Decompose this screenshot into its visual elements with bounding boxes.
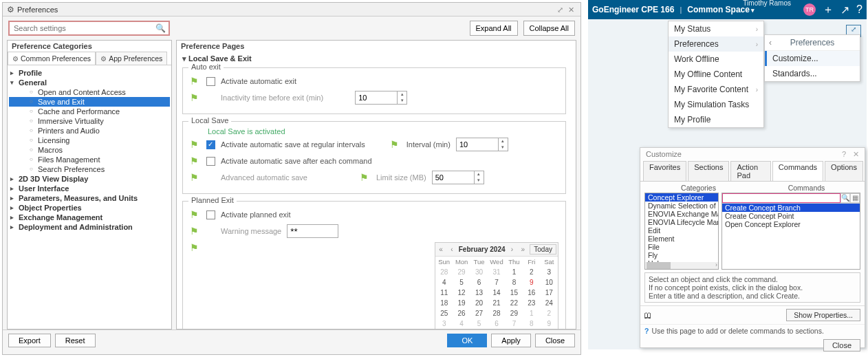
tree-parameters[interactable]: Parameters, Measures, and Units	[9, 193, 170, 203]
menu-work-offline[interactable]: Work Offline	[669, 52, 763, 67]
calendar-day[interactable]: 27	[470, 308, 488, 318]
tree-profile[interactable]: Profile	[9, 68, 170, 78]
dialog-help-icon[interactable]: ?	[842, 150, 846, 159]
calendar-day[interactable]: 25	[435, 308, 453, 318]
show-properties-button[interactable]: Show Properties...	[786, 309, 860, 321]
section-local-save-exit[interactable]: Local Save & Exit	[182, 53, 566, 65]
checkbox-save-after-cmd[interactable]	[206, 157, 215, 166]
back-icon[interactable]: ‹	[769, 38, 772, 47]
calendar-day[interactable]: 28	[488, 308, 505, 318]
cal-today-button[interactable]: Today	[530, 244, 556, 255]
command-item[interactable]: Create Concept Branch	[722, 204, 860, 212]
tab-options[interactable]: Options	[825, 161, 863, 181]
category-tree[interactable]: Profile General Open and Content Access …	[8, 65, 171, 329]
category-item[interactable]: ENOVIA Lifecycle Management	[645, 218, 718, 226]
calendar-day[interactable]: 4	[453, 318, 470, 329]
calendar-day[interactable]: 29	[506, 308, 523, 318]
tree-printers-audio[interactable]: Printers and Audio	[9, 126, 170, 136]
calendar-day[interactable]: 2	[523, 267, 540, 277]
calendar-day[interactable]: 3	[541, 267, 558, 277]
calendar-day[interactable]: 9	[541, 318, 558, 329]
tree-macros[interactable]: Macros	[9, 145, 170, 155]
commands-listbox[interactable]: 🔍▦ Create Concept Branch Create Concept …	[721, 193, 860, 270]
tab-action-pad[interactable]: Action Pad	[730, 161, 770, 181]
tree-open-content-access[interactable]: Open and Content Access	[9, 87, 170, 97]
input-interval[interactable]: ▴▾	[456, 138, 508, 151]
input-inactivity-time[interactable]: ▴▾	[355, 91, 407, 105]
tab-app-preferences[interactable]: ⚙App Preferences	[96, 52, 167, 65]
category-item[interactable]: Concept Explorer	[645, 193, 718, 202]
calendar-day[interactable]: 5	[470, 318, 488, 329]
category-item[interactable]: Fly	[645, 251, 718, 259]
calendar-day[interactable]: 7	[506, 318, 523, 329]
calendar-day[interactable]: 20	[470, 298, 488, 308]
calendar-day[interactable]: 2	[541, 308, 558, 318]
tree-2d3d-view[interactable]: 2D 3D View Display	[9, 174, 170, 184]
collapse-all-button[interactable]: Collapse All	[523, 21, 575, 36]
tab-favorites[interactable]: Favorites	[643, 161, 686, 181]
clear-icon[interactable]: ▦	[850, 193, 860, 203]
help-icon[interactable]: ?	[856, 3, 862, 16]
expand-all-button[interactable]: Expand All	[470, 21, 518, 36]
cal-next-month-icon[interactable]: ›	[506, 246, 517, 253]
categories-listbox[interactable]: Concept Explorer Dynamic Selection of In…	[644, 193, 719, 270]
dialog-close-icon[interactable]: ✕	[853, 150, 859, 159]
cal-prev-month-icon[interactable]: ‹	[446, 246, 457, 253]
calendar-day[interactable]: 6	[470, 277, 488, 288]
menu-my-profile[interactable]: My Profile	[669, 112, 763, 127]
customize-close-button[interactable]: Close	[823, 339, 860, 351]
calendar-day[interactable]: 18	[435, 298, 453, 308]
calendar-day[interactable]: 1	[523, 308, 540, 318]
calendar-day[interactable]: 14	[488, 288, 505, 298]
category-item[interactable]: ENOVIA Exchange Management	[645, 210, 718, 218]
menu-preferences[interactable]: Preferences›	[669, 36, 763, 52]
menu-favorite-content[interactable]: My Favorite Content›	[669, 82, 763, 97]
calendar-day[interactable]: 3	[435, 318, 453, 329]
tree-licensing[interactable]: Licensing	[9, 136, 170, 145]
category-item[interactable]: Dynamic Selection of Instances	[645, 202, 718, 210]
commands-search-input[interactable]	[722, 193, 840, 203]
tree-exchange-management[interactable]: Exchange Management	[9, 213, 170, 222]
checkbox-save-intervals[interactable]	[206, 140, 215, 149]
input-warning-msg[interactable]	[287, 224, 338, 238]
calendar-day[interactable]: 10	[541, 277, 558, 288]
calendar-day[interactable]: 26	[453, 308, 470, 318]
plus-icon[interactable]: ＋	[823, 3, 834, 17]
tree-save-and-exit[interactable]: Save and Exit	[9, 97, 170, 107]
search-icon[interactable]: 🔍	[155, 23, 166, 33]
tree-object-properties[interactable]: Object Properties	[9, 203, 170, 213]
tab-commands[interactable]: Commands	[772, 161, 823, 181]
calendar-day[interactable]: 22	[506, 298, 523, 308]
close-button[interactable]: Close	[535, 334, 575, 347]
tab-common-preferences[interactable]: ⚙Common Preferences	[8, 52, 96, 65]
category-item[interactable]: File	[645, 243, 718, 251]
calendar-day[interactable]: 8	[506, 277, 523, 288]
calendar-day[interactable]: 15	[506, 288, 523, 298]
calendar-day[interactable]: 28	[435, 267, 453, 277]
ok-button[interactable]: OK	[447, 334, 487, 347]
avatar[interactable]: TR	[803, 3, 816, 16]
calendar-day[interactable]: 19	[453, 298, 470, 308]
export-button[interactable]: Export	[8, 334, 51, 347]
calendar-day[interactable]: 24	[541, 298, 558, 308]
submenu-standards[interactable]: Standards...	[765, 66, 860, 81]
calendar-day[interactable]: 1	[506, 267, 523, 277]
calendar-day[interactable]: 4	[435, 277, 453, 288]
calendar-day[interactable]: 7	[488, 277, 505, 288]
tree-user-interface[interactable]: User Interface	[9, 184, 170, 193]
submenu-customize[interactable]: Customize...	[765, 51, 860, 66]
calendar-day[interactable]: 17	[541, 288, 558, 298]
calendar-day[interactable]: 12	[453, 288, 470, 298]
calendar-day[interactable]: 13	[470, 288, 488, 298]
calendar-day[interactable]: 8	[523, 318, 540, 329]
input-limit-size[interactable]: ▴▾	[432, 171, 484, 184]
calendar-day[interactable]: 31	[488, 267, 505, 277]
calendar-day[interactable]: 9	[523, 277, 540, 288]
tree-search-preferences[interactable]: Search Preferences	[9, 164, 170, 174]
calendar[interactable]: « ‹ February 2024 › » Today SunMonTueWed…	[435, 242, 558, 329]
close-window-icon[interactable]: ✕	[565, 3, 576, 17]
search-input[interactable]	[8, 21, 170, 36]
tree-deployment-admin[interactable]: Deployment and Administration	[9, 222, 170, 232]
tree-general[interactable]: General	[9, 78, 170, 87]
reset-button[interactable]: Reset	[55, 334, 96, 347]
